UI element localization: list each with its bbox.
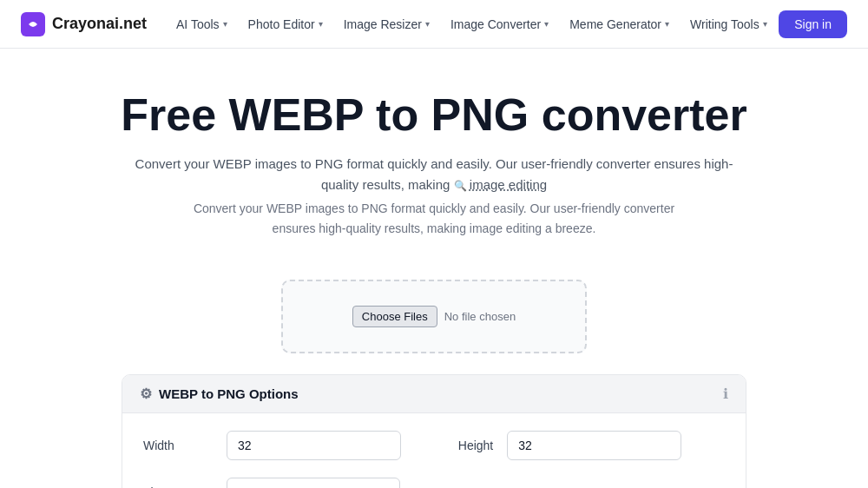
options-panel: ⚙ WEBP to PNG Options ℹ Width Height Fit… xyxy=(122,374,746,488)
hero-description-2: Convert your WEBP images to PNG format q… xyxy=(174,199,694,238)
nav-item-ai-tools[interactable]: AI Tools ▾ xyxy=(168,12,236,36)
logo-svg xyxy=(26,17,40,31)
sign-in-button[interactable]: Sign in xyxy=(779,10,847,38)
fit-control-group: maxmincropscalepad Sets the mode of resi… xyxy=(227,478,643,488)
chevron-down-icon: ▾ xyxy=(544,19,549,29)
height-input[interactable] xyxy=(507,431,681,460)
fit-select[interactable]: maxmincropscalepad xyxy=(227,478,400,488)
gear-icon: ⚙ xyxy=(140,386,152,402)
logo-icon xyxy=(21,12,45,36)
info-icon[interactable]: ℹ xyxy=(723,386,728,402)
options-title-text: WEBP to PNG Options xyxy=(159,386,299,401)
options-header: ⚙ WEBP to PNG Options ℹ xyxy=(122,375,746,413)
no-file-label: No file chosen xyxy=(444,310,516,323)
nav-item-photo-editor[interactable]: Photo Editor ▾ xyxy=(240,12,332,36)
nav-item-image-resizer[interactable]: Image Resizer ▾ xyxy=(335,12,438,36)
nav-item-meme-generator[interactable]: Meme Generator ▾ xyxy=(561,12,678,36)
hero-description-1: Convert your WEBP images to PNG format q… xyxy=(130,154,738,195)
height-input-wrap xyxy=(507,431,725,460)
fit-label: Fit xyxy=(143,478,213,488)
dimensions-row: Width Height xyxy=(143,431,725,460)
logo[interactable]: Crayonai.net xyxy=(21,12,147,36)
chevron-down-icon: ▾ xyxy=(763,19,767,29)
height-label: Height xyxy=(458,431,493,452)
chevron-down-icon: ▾ xyxy=(319,19,323,29)
options-title-group: ⚙ WEBP to PNG Options xyxy=(140,386,299,402)
nav-item-writing-tools[interactable]: Writing Tools ▾ xyxy=(681,12,776,36)
width-input[interactable] xyxy=(227,431,401,460)
nav-left: Crayonai.net AI Tools ▾ Photo Editor ▾ I… xyxy=(21,12,776,36)
chevron-down-icon: ▾ xyxy=(425,19,430,29)
nav-item-image-converter[interactable]: Image Converter ▾ xyxy=(442,12,557,36)
width-input-wrap xyxy=(227,431,444,460)
file-drop-zone: Choose Files No file chosen xyxy=(281,280,587,353)
options-body: Width Height Fit maxmincropscalepad Sets… xyxy=(122,413,746,488)
choose-files-button[interactable]: Choose Files xyxy=(352,306,437,327)
navbar: Crayonai.net AI Tools ▾ Photo Editor ▾ I… xyxy=(0,0,868,49)
upload-section: Choose Files No file chosen xyxy=(0,280,868,353)
chevron-down-icon: ▾ xyxy=(665,19,669,29)
chevron-down-icon: ▾ xyxy=(223,19,227,29)
logo-text: Crayonai.net xyxy=(52,15,147,33)
width-label: Width xyxy=(143,431,213,452)
search-icon: 🔍 xyxy=(454,180,470,192)
nav-menu: AI Tools ▾ Photo Editor ▾ Image Resizer … xyxy=(168,12,776,36)
fit-row: Fit maxmincropscalepad Sets the mode of … xyxy=(143,478,725,488)
page-title: Free WEBP to PNG converter xyxy=(21,90,847,140)
hero-section: Free WEBP to PNG converter Convert your … xyxy=(0,49,868,259)
